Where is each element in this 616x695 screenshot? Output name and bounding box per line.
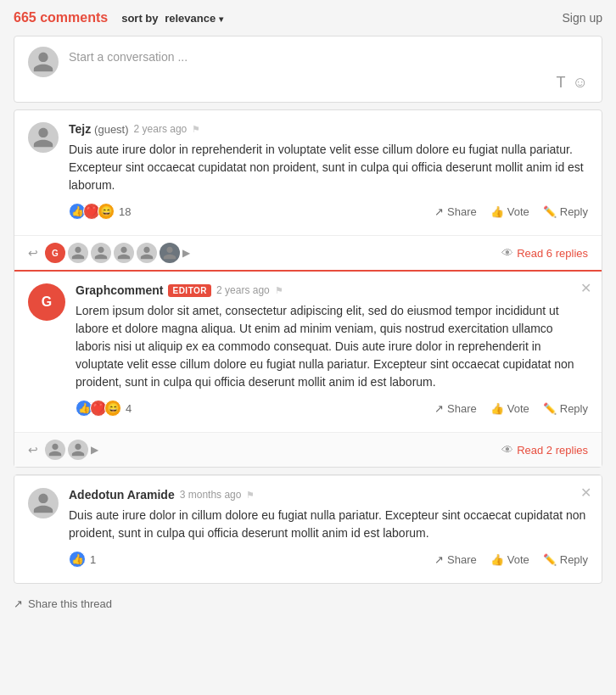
- share-thread[interactable]: ↗ Share this thread: [14, 591, 602, 617]
- graphcomment-body: Graphcomment EDITOR 2 years ago ⚑ Lorem …: [76, 283, 588, 423]
- editor-badge: EDITOR: [168, 284, 211, 297]
- tejz-meta: Tejz (guest) 2 years ago ⚑: [69, 122, 588, 136]
- tejz-reply-arrow-icon[interactable]: ↩: [28, 246, 38, 260]
- adedotun-vote-button[interactable]: 👍 Vote: [490, 553, 529, 566]
- eye-icon: 👁: [501, 246, 513, 260]
- adedotun-body: Adedotun Aramide 3 months ago ⚑ Duis aut…: [69, 488, 588, 574]
- tejz-actions: ↗ Share 👍 Vote ✏️ Reply: [434, 205, 588, 218]
- graphcomment-flag-icon[interactable]: ⚑: [275, 285, 283, 296]
- sort-by: sort by relevance ▾: [121, 12, 223, 25]
- adedotun-share-icon: ↗: [434, 553, 444, 566]
- graphcomment-reactions-row: 👍 ❤️ 😄 4 ↗ Share 👍 Vote: [76, 400, 588, 423]
- tejz-vote-button[interactable]: 👍 Vote: [490, 205, 529, 218]
- tejz-time: 2 years ago: [134, 123, 188, 135]
- graphcomment-reply: G Graphcomment EDITOR 2 years ago ⚑ Lore…: [14, 270, 602, 432]
- share-icon: ↗: [434, 205, 444, 218]
- reply-avatar-gc: G: [45, 243, 65, 263]
- adedotun-share-button[interactable]: ↗ Share: [434, 553, 477, 566]
- gc-reply-avatar-1: [45, 440, 65, 460]
- adedotun-meta: Adedotun Aramide 3 months ago ⚑: [69, 488, 588, 502]
- new-comment-placeholder[interactable]: Start a conversation ...: [69, 47, 588, 67]
- adedotun-reaction-icons: 👍: [69, 551, 83, 568]
- close-graphcomment-button[interactable]: ✕: [580, 280, 591, 296]
- gc-read-replies-button[interactable]: 👁 Read 2 replies: [501, 443, 588, 457]
- adedotun-comment: Adedotun Aramide 3 months ago ⚑ Duis aut…: [14, 475, 602, 583]
- vote-icon: 👍: [490, 205, 504, 218]
- more-replies-icon[interactable]: ▶: [182, 247, 190, 259]
- tejz-avatar: [28, 122, 59, 153]
- gc-reply-avatars: ▶: [45, 440, 98, 460]
- adedotun-author: Adedotun Aramide: [69, 488, 175, 502]
- tejz-comment-body: Tejz (guest) 2 years ago ⚑ Duis aute iru…: [69, 122, 588, 227]
- share-thread-icon: ↗: [14, 597, 23, 610]
- adedotun-avatar: [28, 488, 59, 518]
- tejz-reaction-count: 18: [119, 205, 131, 218]
- tejz-read-replies-button[interactable]: 👁 Read 6 replies: [501, 246, 588, 260]
- adedotun-vote-icon: 👍: [490, 553, 504, 566]
- comment-top-tejz: Tejz (guest) 2 years ago ⚑ Duis aute iru…: [14, 110, 602, 235]
- tejz-replies-bar: ↩ G ▶ 👁 Read 6 replies: [14, 235, 602, 270]
- adedotun-flag-icon[interactable]: ⚑: [246, 490, 255, 501]
- close-adedotun-button[interactable]: ✕: [580, 485, 591, 501]
- adedotun-reply-icon: ✏️: [543, 553, 557, 566]
- graphcomment-reactions-left: 👍 ❤️ 😄 4: [76, 400, 132, 417]
- graphcomment-actions: ↗ Share 👍 Vote ✏️ Reply: [434, 402, 588, 415]
- gc-vote-button[interactable]: 👍 Vote: [490, 402, 529, 415]
- tejz-share-button[interactable]: ↗ Share: [434, 205, 477, 218]
- comments-header: 665 comments sort by relevance ▾ Sign up: [14, 10, 602, 25]
- adedotun-reply-button[interactable]: ✏️ Reply: [543, 553, 588, 566]
- reply-avatar-5: [160, 243, 180, 263]
- graphcomment-meta: Graphcomment EDITOR 2 years ago ⚑: [76, 283, 588, 297]
- funny-reaction: 😄: [98, 203, 115, 220]
- graphcomment-reaction-count: 4: [126, 402, 132, 415]
- gc-reply-button[interactable]: ✏️ Reply: [543, 402, 588, 415]
- graphcomment-avatar: G: [28, 283, 65, 321]
- new-comment-content[interactable]: Start a conversation ... T ☺: [69, 47, 588, 92]
- tejz-flag-icon[interactable]: ⚑: [192, 124, 200, 135]
- tejz-reactions-left: 👍 ❤️ 😄 18: [69, 203, 131, 220]
- gc-reply-arrow-icon[interactable]: ↩: [28, 443, 38, 457]
- share-thread-label: Share this thread: [28, 597, 112, 610]
- tejz-reaction-icons: 👍 ❤️ 😄: [69, 203, 112, 220]
- reply-avatar-4: [137, 243, 157, 263]
- adedotun-text: Duis aute irure dolor in cillum dolore e…: [69, 507, 588, 542]
- graphcomment-time: 2 years ago: [216, 284, 270, 296]
- gc-vote-icon: 👍: [490, 402, 504, 415]
- adedotun-reactions-row: 👍 1 ↗ Share 👍 Vote: [69, 551, 588, 574]
- tejz-reactions-row: 👍 ❤️ 😄 18 ↗ Share 👍 Vote: [69, 203, 588, 227]
- gc-reply-avatar-2: [68, 440, 88, 460]
- graphcomment-author: Graphcomment: [76, 283, 163, 297]
- gc-share-icon: ↗: [434, 402, 444, 415]
- current-user-avatar: [28, 47, 59, 77]
- gc-eye-icon: 👁: [501, 443, 513, 457]
- tejz-reply-button[interactable]: ✏️ Reply: [543, 205, 588, 218]
- gc-replies-bar: ↩ ▶ 👁 Read 2 replies: [14, 432, 602, 467]
- tejz-comment-text: Duis aute irure dolor in reprehenderit i…: [69, 141, 588, 194]
- emoji-icon[interactable]: ☺: [573, 74, 588, 92]
- text-format-icon[interactable]: T: [557, 74, 566, 92]
- gc-more-replies-icon[interactable]: ▶: [91, 444, 98, 456]
- adedotun-reaction-count: 1: [90, 553, 96, 566]
- reply-icon: ✏️: [543, 205, 557, 218]
- tejz-author: Tejz (guest): [69, 122, 129, 136]
- reply-avatar-2: [91, 243, 111, 263]
- gc-funny-reaction: 😄: [104, 400, 121, 417]
- comment-thread-tejz: Tejz (guest) 2 years ago ⚑ Duis aute iru…: [14, 109, 602, 468]
- sign-up-button[interactable]: Sign up: [563, 11, 602, 25]
- comment-thread-adedotun: Adedotun Aramide 3 months ago ⚑ Duis aut…: [14, 474, 602, 584]
- tejz-reply-avatars: G ▶: [45, 243, 190, 263]
- gc-reply-icon: ✏️: [543, 402, 557, 415]
- new-comment-box: Start a conversation ... T ☺: [14, 36, 602, 103]
- graphcomment-reaction-icons: 👍 ❤️ 😄: [76, 400, 119, 417]
- adedotun-reactions-left: 👍 1: [69, 551, 96, 568]
- gc-share-button[interactable]: ↗ Share: [434, 402, 477, 415]
- new-comment-toolbar: T ☺: [69, 74, 588, 92]
- comments-count: 665 comments: [14, 10, 108, 25]
- reply-avatar-3: [114, 243, 134, 263]
- sort-arrow-icon[interactable]: ▾: [219, 14, 223, 24]
- adedotun-like-reaction: 👍: [69, 551, 86, 568]
- adedotun-time: 3 months ago: [180, 489, 242, 501]
- reply-avatar-1: [68, 243, 88, 263]
- adedotun-actions: ↗ Share 👍 Vote ✏️ Reply: [434, 553, 588, 566]
- graphcomment-text: Lorem ipsum dolor sit amet, consectetur …: [76, 302, 588, 391]
